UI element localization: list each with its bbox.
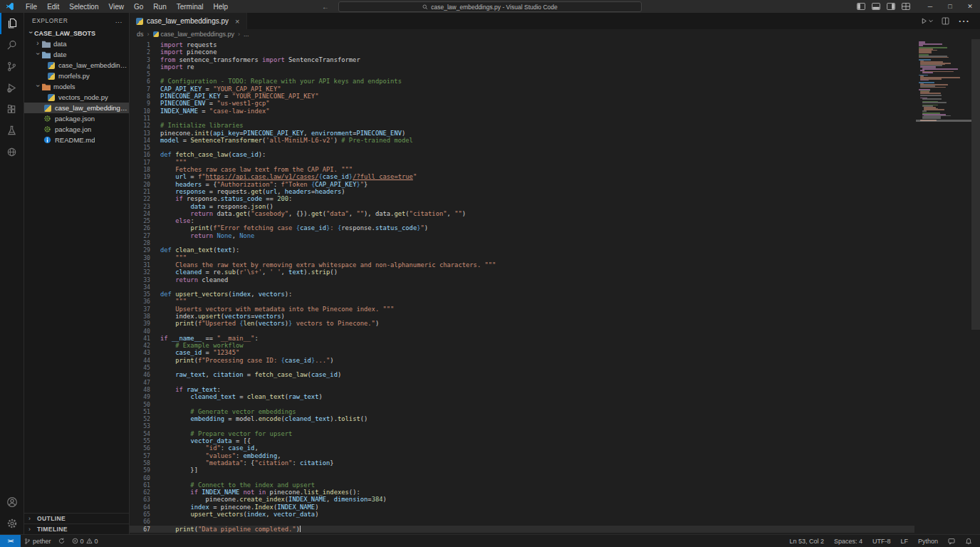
remote-indicator[interactable]: >< — [0, 535, 21, 547]
explorer-actions-icon[interactable]: ... — [115, 17, 123, 24]
tab-case-law-embeddings[interactable]: case_law_embeddings.py × — [130, 13, 247, 29]
explorer-item-vectors-node-py[interactable]: vectors_node.py — [24, 92, 129, 103]
code-line[interactable]: 63 pinecone.create_index(INDEX_NAME, dim… — [130, 496, 914, 503]
code-line[interactable]: 18 Fetches raw case law text from the CA… — [130, 166, 914, 173]
code-line[interactable]: 16def fetch_case_law(case_id): — [130, 151, 914, 158]
code-line[interactable]: 2import pinecone — [130, 48, 914, 56]
code-line[interactable]: 9PINECONE_ENV = "us-west1-gcp" — [130, 100, 914, 107]
code-line[interactable]: 56 "id": case_id, — [130, 444, 914, 452]
code-line[interactable]: 37 Upserts vectors with metadata into th… — [130, 306, 914, 313]
menu-selection[interactable]: Selection — [64, 3, 103, 11]
code-line[interactable]: 13pinecone.init(api_key=PINECONE_API_KEY… — [130, 130, 914, 137]
breadcrumb-[interactable]: ... — [244, 31, 249, 38]
code-line[interactable]: 3from sentence_transformers import Sente… — [130, 56, 914, 63]
back-arrow-icon[interactable]: ← — [322, 3, 329, 11]
code-line[interactable]: 32 cleaned = re.sub(r'\s+', ' ', text).s… — [130, 269, 914, 276]
menu-edit[interactable]: Edit — [42, 3, 64, 11]
search-icon[interactable] — [0, 34, 24, 56]
code-line[interactable]: 22 if response.status_code == 200: — [130, 195, 914, 202]
run-and-debug-icon[interactable] — [0, 77, 24, 98]
code-line[interactable]: 61 # Connect to the index and upsert — [130, 481, 914, 489]
menu-view[interactable]: View — [104, 3, 130, 11]
menu-file[interactable]: File — [21, 3, 42, 11]
explorer-item-data[interactable]: ›data — [24, 38, 129, 49]
code-line[interactable]: 43 case_id = "12345" — [130, 349, 914, 356]
code-line[interactable]: 42 # Example workflow — [130, 342, 914, 349]
code-line[interactable]: 1import requests — [130, 41, 914, 48]
sync-changes-item[interactable] — [55, 535, 68, 547]
split-editor-icon[interactable] — [942, 17, 949, 25]
code-line[interactable]: 39 print(f"Upserted {len(vectors)} vecto… — [130, 320, 914, 327]
explorer-item-case-law-embeddings[interactable]: case_law_embeddings... — [24, 60, 129, 71]
code-line[interactable]: 23 data = response.json() — [130, 203, 914, 210]
code-line[interactable]: 31 Cleans the raw text by removing extra… — [130, 261, 914, 269]
code-line[interactable]: 41if __name__ == "__main__": — [130, 335, 914, 342]
explorer-icon[interactable] — [0, 13, 24, 34]
code-line[interactable]: 35def upsert_vectors(index, vectors): — [130, 291, 914, 298]
toggle-sidebar-icon[interactable] — [857, 3, 865, 10]
close-icon[interactable]: ✕ — [960, 0, 980, 13]
explorer-item-case-law-embeddings-py[interactable]: case_law_embeddings.py — [24, 103, 129, 113]
code-line[interactable]: 7CAP_API_KEY = "YOUR_CAP_API_KEY" — [130, 85, 914, 93]
code-line[interactable]: 53 — [130, 422, 914, 429]
code-line[interactable]: 38 index.upsert(vectors=vectors) — [130, 313, 914, 320]
code-line[interactable]: 50 — [130, 401, 914, 408]
code-line[interactable]: 8PINECONE_API_KEY = "YOUR_PINECONE_API_K… — [130, 93, 914, 100]
code-line[interactable]: 44 print(f"Processing case ID: {case_id}… — [130, 357, 914, 364]
code-line[interactable]: 12# Initialize libraries — [130, 122, 914, 129]
feedback-item[interactable] — [943, 538, 960, 545]
code-line[interactable]: 52 embedding = model.encode(cleaned_text… — [130, 415, 914, 422]
code-line[interactable]: 17 """ — [130, 159, 914, 166]
code-line[interactable]: 28 — [130, 239, 914, 246]
code-line[interactable]: 29def clean_text(text): — [130, 246, 914, 254]
code-line[interactable]: 62 if INDEX_NAME not in pinecone.list_in… — [130, 489, 914, 496]
code-line[interactable]: 57 "values": embedding, — [130, 452, 914, 459]
code-line[interactable]: 65 upsert_vectors(index, vector_data) — [130, 511, 914, 518]
code-line[interactable]: 25 else: — [130, 217, 914, 224]
explorer-item-readme-md[interactable]: README.md — [24, 135, 129, 145]
extensions-icon[interactable] — [0, 98, 24, 120]
code-line[interactable]: 5 — [130, 71, 914, 78]
customize-layout-icon[interactable] — [902, 3, 910, 10]
code-line[interactable]: 45 — [130, 364, 914, 371]
settings-icon[interactable] — [0, 513, 24, 534]
code-line[interactable]: 46 raw_text, citation = fetch_case_law(c… — [130, 371, 914, 378]
code-line[interactable]: 48 if raw_text: — [130, 386, 914, 393]
section-timeline[interactable]: ›TIMELINE — [24, 523, 129, 534]
more-actions-icon[interactable]: ⋯ — [958, 14, 970, 28]
code-line[interactable]: 30 """ — [130, 254, 914, 261]
minimap[interactable] — [919, 41, 970, 121]
run-python-file-button[interactable] — [921, 18, 933, 24]
code-line[interactable]: 24 return data.get("casebody", {}).get("… — [130, 210, 914, 217]
code-line[interactable]: 55 vector_data = [{ — [130, 437, 914, 444]
code-line[interactable]: 51 # Generate vector embeddings — [130, 408, 914, 415]
remote-explorer-icon[interactable] — [0, 141, 24, 162]
close-tab-icon[interactable]: × — [235, 17, 239, 26]
accounts-icon[interactable] — [0, 491, 24, 513]
code-line[interactable]: 11 — [130, 115, 914, 122]
code-line[interactable]: 40 — [130, 328, 914, 335]
code-line[interactable]: 27 return None, None — [130, 232, 914, 239]
language-mode-item[interactable]: Python — [913, 538, 943, 545]
restore-icon[interactable]: □ — [940, 0, 960, 13]
vertical-scrollbar[interactable] — [971, 39, 980, 330]
code-line[interactable]: 20 headers = {"Authorization": f"Token {… — [130, 181, 914, 188]
code-line[interactable]: 54 # Prepare vector for upsert — [130, 430, 914, 437]
breadcrumb-case-law-embeddings-py[interactable]: case_law_embeddings.py — [153, 31, 235, 38]
minimize-icon[interactable]: ─ — [920, 0, 940, 13]
code-line[interactable]: 19 url = f"https://api.case.law/v1/cases… — [130, 173, 914, 180]
toggle-secondary-sidebar-icon[interactable] — [887, 3, 895, 10]
explorer-item-models[interactable]: ›models — [24, 81, 129, 92]
code-line[interactable]: 47 — [130, 379, 914, 386]
code-line[interactable]: 15 — [130, 144, 914, 151]
menu-go[interactable]: Go — [129, 3, 148, 11]
explorer-item-date[interactable]: ›date — [24, 49, 129, 60]
menu-run[interactable]: Run — [148, 3, 171, 11]
code-line[interactable]: 33 return cleaned — [130, 276, 914, 283]
breadcrumb-ds[interactable]: ds — [137, 31, 144, 38]
eol-item[interactable]: LF — [895, 538, 913, 545]
explorer-item-package-json[interactable]: package.json — [24, 113, 129, 124]
code-line[interactable]: 21 response = requests.get(url, headers=… — [130, 188, 914, 195]
toggle-panel-icon[interactable] — [872, 3, 880, 10]
menu-terminal[interactable]: Terminal — [172, 3, 209, 11]
